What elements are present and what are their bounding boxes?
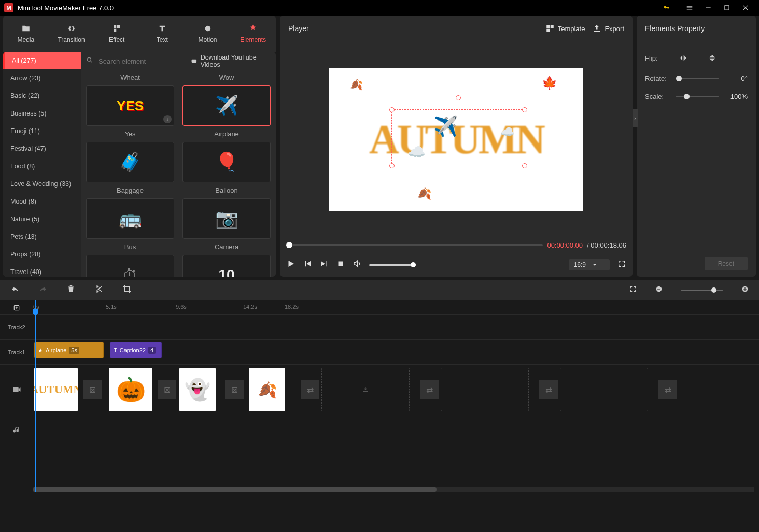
zoom-head[interactable]	[711, 287, 716, 293]
scrubber[interactable]	[286, 244, 543, 246]
download-youtube-link[interactable]: Download YouTube Videos	[191, 54, 271, 68]
empty-media-slot[interactable]	[321, 368, 410, 411]
slider-head[interactable]	[676, 76, 682, 81]
add-track-button[interactable]	[0, 300, 33, 315]
video-track[interactable]: AUTUMN ⊠ 🎃 ⊠ 👻 ⊠ 🍂 ⇄ ⇄ ⇄ ⇄	[33, 365, 759, 414]
category-all[interactable]: All (277)	[3, 52, 81, 69]
element-label: Camera	[182, 243, 271, 251]
zoom-in-button[interactable]	[741, 285, 749, 295]
element-card-balloon[interactable]: 🎈	[182, 142, 271, 182]
undo-button[interactable]	[10, 284, 20, 296]
flip-vertical-button[interactable]	[705, 52, 720, 64]
clip-caption[interactable]: T Caption22 4	[110, 342, 162, 358]
search-input[interactable]	[99, 57, 186, 65]
category-basic[interactable]: Basic (22)	[3, 87, 81, 105]
redo-button[interactable]	[38, 284, 48, 296]
resize-handle[interactable]	[389, 107, 395, 112]
element-card[interactable]: 10	[182, 255, 271, 277]
delete-button[interactable]	[66, 284, 76, 296]
element-card[interactable]: ⏱	[86, 255, 174, 277]
media-clip[interactable]: 🎃	[109, 368, 152, 411]
category-food[interactable]: Food (8)	[3, 157, 81, 175]
zoom-slider[interactable]	[681, 290, 723, 291]
category-props[interactable]: Props (28)	[3, 246, 81, 263]
split-button[interactable]	[94, 284, 104, 296]
zoom-out-button[interactable]	[655, 285, 663, 295]
category-mood[interactable]: Mood (8)	[3, 193, 81, 210]
category-arrow[interactable]: Arrow (23)	[3, 69, 81, 87]
horizontal-scrollbar[interactable]	[33, 487, 754, 492]
aspect-ratio-select[interactable]: 16:9	[569, 259, 610, 270]
tab-text[interactable]: Text	[139, 16, 185, 52]
track2[interactable]	[33, 315, 759, 340]
scale-label: Scale:	[645, 93, 676, 100]
element-card-yes[interactable]: YES↓	[86, 85, 174, 126]
tab-media[interactable]: Media	[3, 16, 49, 52]
transition-slot[interactable]: ⇄	[301, 380, 319, 399]
category-love-wedding[interactable]: Love & Wedding (33)	[3, 175, 81, 193]
transition-slot[interactable]: ⊠	[158, 380, 176, 399]
slider-head[interactable]	[684, 94, 690, 99]
transition-slot[interactable]: ⊠	[83, 380, 102, 399]
menu-icon[interactable]	[680, 0, 699, 16]
fullscreen-button[interactable]	[617, 259, 626, 270]
tab-effect[interactable]: Effect	[94, 16, 139, 52]
maximize-button[interactable]	[718, 0, 736, 16]
flip-horizontal-button[interactable]	[676, 52, 691, 64]
resize-handle[interactable]	[522, 163, 527, 168]
resize-handle[interactable]	[522, 107, 527, 112]
category-nature[interactable]: Nature (5)	[3, 210, 81, 228]
playhead[interactable]	[35, 300, 36, 492]
tab-elements[interactable]: Elements	[230, 16, 276, 52]
element-card-airplane[interactable]: ✈️	[182, 85, 271, 126]
scrubber-head[interactable]	[286, 242, 292, 248]
prev-button[interactable]	[303, 259, 312, 270]
empty-media-slot[interactable]	[441, 368, 529, 411]
media-clip[interactable]: 👻	[179, 368, 216, 411]
resize-handle[interactable]	[389, 163, 395, 168]
empty-media-slot[interactable]	[560, 368, 648, 411]
media-clip[interactable]: AUTUMN	[34, 368, 78, 411]
template-button[interactable]: Template	[545, 24, 585, 33]
volume-icon[interactable]	[353, 259, 362, 270]
scrollbar-thumb[interactable]	[33, 487, 437, 492]
category-travel[interactable]: Travel (40)	[3, 263, 81, 277]
category-emoji[interactable]: Emoji (11)	[3, 122, 81, 140]
category-festival[interactable]: Festival (47)	[3, 140, 81, 157]
rotate-slider[interactable]	[676, 78, 719, 79]
transition-slot[interactable]: ⊠	[225, 380, 244, 399]
element-card-camera[interactable]: 📷	[182, 198, 271, 239]
stop-button[interactable]	[336, 259, 345, 270]
media-clip[interactable]: 🍂	[249, 368, 285, 411]
selection-box[interactable]: ✈️ ☁️ ☁️	[391, 109, 525, 166]
tab-motion[interactable]: Motion	[185, 16, 231, 52]
close-button[interactable]	[736, 0, 755, 16]
category-business[interactable]: Business (5)	[3, 105, 81, 122]
tab-transition[interactable]: Transition	[49, 16, 94, 52]
timeline-ruler[interactable]: 0s 5.1s 9.6s 14.2s 18.2s	[33, 300, 759, 315]
crop-button[interactable]	[122, 284, 132, 296]
transition-slot[interactable]: ⇄	[539, 380, 558, 399]
element-card-bus[interactable]: 🚌	[86, 198, 174, 239]
collapse-panel-button[interactable]: ›	[632, 109, 638, 127]
transition-slot[interactable]: ⇄	[420, 380, 439, 399]
play-button[interactable]	[286, 259, 296, 270]
fit-button[interactable]	[629, 285, 637, 295]
volume-slider[interactable]	[369, 264, 416, 266]
reset-button[interactable]: Reset	[705, 257, 748, 270]
transition-slot[interactable]: ⇄	[658, 380, 677, 399]
preview-canvas[interactable]: AUTUMN 🍂 🍁 🍂 ✈️ ☁️ ☁️	[329, 68, 583, 211]
element-card-baggage[interactable]: 🧳	[86, 142, 174, 182]
clip-airplane[interactable]: ★ Airplane 5s	[34, 342, 104, 358]
key-icon[interactable]	[657, 0, 676, 16]
volume-head[interactable]	[411, 262, 416, 267]
export-button[interactable]: Export	[592, 24, 624, 33]
track1[interactable]: ★ Airplane 5s T Caption22 4	[33, 340, 759, 365]
category-pets[interactable]: Pets (13)	[3, 228, 81, 246]
track2-label: Track2	[0, 315, 33, 340]
audio-track[interactable]	[33, 414, 759, 445]
scale-slider[interactable]	[676, 96, 719, 97]
next-button[interactable]	[319, 259, 329, 270]
rotate-handle[interactable]	[456, 95, 461, 100]
minimize-button[interactable]	[699, 0, 718, 16]
